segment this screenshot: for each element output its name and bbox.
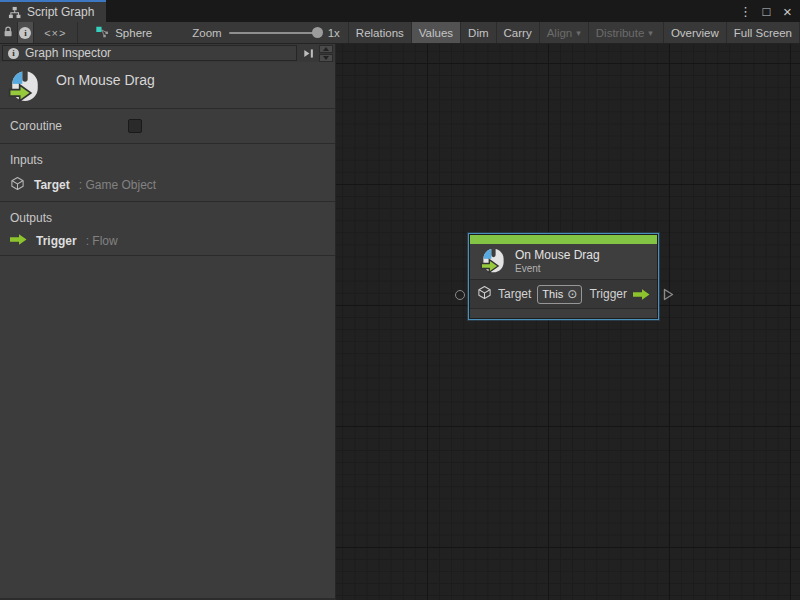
distribute-dropdown: Distribute ▾ bbox=[588, 22, 660, 43]
lock-button[interactable] bbox=[0, 22, 17, 43]
trigger-port-label: Trigger bbox=[589, 287, 627, 301]
coroutine-label: Coroutine bbox=[10, 119, 128, 133]
on-mouse-drag-node[interactable]: On Mouse Drag Event Target This ⊙ bbox=[468, 233, 659, 320]
outputs-section: Outputs Trigger : Flow bbox=[0, 202, 335, 255]
info-icon: i bbox=[8, 48, 19, 59]
coroutine-row: Coroutine bbox=[0, 109, 335, 143]
graph-canvas[interactable]: On Mouse Drag Event Target This ⊙ bbox=[336, 44, 800, 600]
zoom-slider[interactable] bbox=[229, 32, 321, 34]
node-title: On Mouse Drag bbox=[515, 248, 600, 263]
coroutine-checkbox[interactable] bbox=[128, 119, 142, 133]
node-output-connection-port[interactable] bbox=[663, 288, 674, 304]
target-port-label: Target bbox=[498, 287, 531, 301]
object-picker-icon[interactable]: ⊙ bbox=[567, 288, 577, 300]
panel-spinner bbox=[319, 45, 333, 62]
lock-icon bbox=[2, 25, 14, 40]
chevron-down-icon: ▾ bbox=[648, 28, 653, 38]
toolbar-button-group: Relations Values Dim Carry Align ▾ Distr… bbox=[348, 22, 800, 43]
chevron-down-icon: ▾ bbox=[576, 28, 581, 38]
window-controls: ⋮ □ × bbox=[737, 0, 800, 22]
zoom-slider-knob[interactable] bbox=[312, 27, 323, 38]
cube-icon bbox=[477, 285, 492, 303]
spinner-down-button[interactable] bbox=[319, 54, 333, 62]
graph-node-icon bbox=[95, 25, 109, 41]
graph-hierarchy-icon bbox=[8, 6, 21, 19]
graph-inspector-header: i Graph Inspector bbox=[0, 44, 335, 62]
window-menu-icon[interactable]: ⋮ bbox=[737, 2, 754, 20]
graph-inspector-title: Graph Inspector bbox=[25, 46, 111, 60]
graph-target-label: Sphere bbox=[115, 27, 152, 39]
dock-right-icon bbox=[302, 47, 315, 60]
graph-target-breadcrumb[interactable]: Sphere bbox=[77, 22, 162, 43]
node-subtitle: Event bbox=[515, 263, 600, 275]
on-mouse-drag-icon bbox=[480, 247, 507, 277]
input-port-type: : Game Object bbox=[79, 178, 156, 192]
trigger-output-port: Trigger bbox=[589, 287, 650, 301]
relations-button[interactable]: Relations bbox=[348, 22, 411, 43]
info-icon: i bbox=[19, 27, 31, 39]
flow-arrow-icon[interactable] bbox=[633, 289, 650, 300]
dock-panel-button[interactable] bbox=[300, 45, 316, 61]
node-accent-bar bbox=[470, 235, 657, 244]
zoom-value: 1x bbox=[328, 27, 340, 39]
unit-title: On Mouse Drag bbox=[56, 72, 155, 108]
target-input-port: Target This ⊙ bbox=[477, 285, 582, 304]
outputs-heading: Outputs bbox=[10, 211, 325, 225]
graph-inspector-title-field: i Graph Inspector bbox=[2, 45, 297, 61]
carry-button[interactable]: Carry bbox=[496, 22, 539, 43]
cube-icon bbox=[10, 176, 25, 194]
align-dropdown: Align ▾ bbox=[539, 22, 588, 43]
inspector-toggle-button[interactable]: i bbox=[17, 22, 34, 43]
flow-arrow-icon bbox=[10, 234, 27, 248]
target-value-field[interactable]: This ⊙ bbox=[537, 285, 582, 304]
tab-label: Script Graph bbox=[27, 5, 94, 19]
inputs-section: Inputs Target : Game Object bbox=[0, 144, 335, 201]
window-tab-bar: Script Graph ⋮ □ × bbox=[0, 0, 800, 22]
node-input-connection-port[interactable] bbox=[455, 290, 465, 300]
node-port-row: Target This ⊙ Trigger bbox=[470, 279, 657, 308]
overview-button[interactable]: Overview bbox=[663, 22, 726, 43]
output-port-name: Trigger bbox=[36, 234, 77, 248]
zoom-control: Zoom 1x bbox=[162, 22, 340, 43]
distribute-label: Distribute bbox=[596, 27, 645, 39]
output-port-type: : Flow bbox=[86, 234, 118, 248]
input-port-name: Target bbox=[34, 178, 70, 192]
unit-title-row: On Mouse Drag bbox=[0, 62, 335, 108]
input-port-row: Target : Game Object bbox=[10, 176, 325, 194]
node-header[interactable]: On Mouse Drag Event bbox=[470, 244, 657, 279]
graph-inspector-panel: i Graph Inspector bbox=[0, 44, 336, 600]
zoom-label: Zoom bbox=[192, 27, 221, 39]
output-port-row: Trigger : Flow bbox=[10, 234, 325, 248]
node-footer bbox=[470, 308, 657, 318]
full-screen-button[interactable]: Full Screen bbox=[726, 22, 800, 43]
graph-toolbar: i <×> Sphere Zoom 1x Relations Values Di… bbox=[0, 22, 800, 44]
target-value: This bbox=[542, 288, 563, 300]
spinner-up-button[interactable] bbox=[319, 45, 333, 53]
dim-button[interactable]: Dim bbox=[460, 22, 495, 43]
values-button[interactable]: Values bbox=[411, 22, 460, 43]
on-mouse-drag-icon bbox=[8, 69, 42, 108]
window-close-icon[interactable]: × bbox=[779, 2, 796, 20]
tab-script-graph[interactable]: Script Graph bbox=[0, 0, 106, 22]
inspector-empty-area bbox=[0, 256, 335, 598]
align-label: Align bbox=[547, 27, 573, 39]
code-icon: <×> bbox=[44, 27, 66, 39]
inputs-heading: Inputs bbox=[10, 153, 325, 167]
code-view-button[interactable]: <×> bbox=[34, 22, 76, 43]
window-maximize-icon[interactable]: □ bbox=[758, 2, 775, 20]
window-body: i Graph Inspector bbox=[0, 44, 800, 600]
